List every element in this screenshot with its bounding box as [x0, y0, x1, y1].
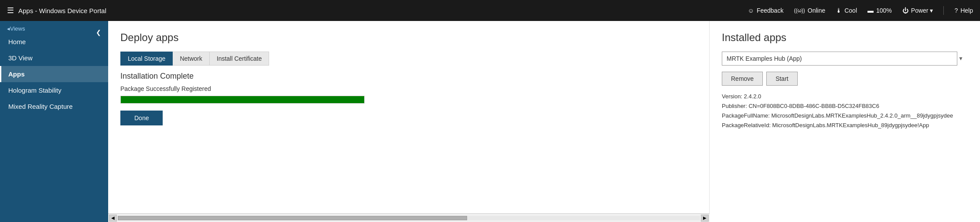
scroll-track[interactable]	[118, 216, 700, 220]
sidebar-nav: Home 3D View Apps Hologram Stability Mix…	[0, 34, 108, 114]
app-title: Apps - Windows Device Portal	[18, 7, 106, 14]
done-button[interactable]: Done	[120, 111, 163, 125]
app-publisher: Publisher: CN=0F808BC0-8DBB-486C-BB8B-D5…	[722, 101, 968, 111]
tab-local-storage[interactable]: Local Storage	[120, 52, 173, 66]
remove-button[interactable]: Remove	[722, 72, 763, 86]
start-button[interactable]: Start	[766, 72, 798, 86]
chevron-down-icon: ▼	[958, 56, 963, 62]
scroll-thumb[interactable]	[118, 216, 467, 220]
titlebar-right: ☺ Feedback ((ω)) Online 🌡 Cool ▬ 100% ⏻ …	[748, 6, 973, 15]
feedback-icon: ☺	[748, 7, 754, 14]
online-icon: ((ω))	[794, 7, 805, 14]
help-icon: ?	[954, 7, 958, 14]
progress-bar-container	[120, 96, 365, 104]
content-area: Deploy apps Local Storage Network Instal…	[108, 21, 980, 222]
app-action-buttons: Remove Start	[722, 72, 968, 86]
scroll-left-button[interactable]: ◀	[109, 215, 117, 222]
main-layout: ❮ ◂Views Home 3D View Apps Hologram Stab…	[0, 21, 980, 222]
help-button[interactable]: ? Help	[954, 7, 973, 14]
app-select-container: MRTK Examples Hub (App) ▼	[722, 52, 968, 66]
package-status: Package Successfully Registered	[120, 85, 697, 92]
scroll-right-button[interactable]: ▶	[701, 215, 709, 222]
online-indicator: ((ω)) Online	[794, 7, 825, 14]
installed-panel-title: Installed apps	[722, 31, 968, 44]
cool-indicator: 🌡 Cool	[836, 7, 857, 14]
sidebar-item-apps[interactable]: Apps	[0, 66, 108, 82]
titlebar-divider	[943, 6, 944, 15]
sidebar-item-mixed-reality-capture[interactable]: Mixed Reality Capture	[0, 98, 108, 114]
app-package-relative-id: PackageRelativeId: MicrosoftDesignLabs.M…	[722, 121, 968, 130]
battery-indicator: ▬ 100%	[867, 7, 892, 14]
battery-label: 100%	[876, 7, 892, 14]
online-label: Online	[808, 7, 825, 14]
installation-status: Installation Complete	[120, 72, 697, 81]
titlebar-left: ☰ Apps - Windows Device Portal	[7, 6, 743, 15]
tab-install-certificate[interactable]: Install Certificate	[209, 52, 269, 66]
app-version: Version: 2.4.2.0	[722, 92, 968, 101]
sidebar-item-home[interactable]: Home	[0, 34, 108, 50]
sidebar-item-3dview[interactable]: 3D View	[0, 50, 108, 66]
horizontal-scrollbar: ◀ ▶	[108, 213, 710, 222]
tab-network[interactable]: Network	[172, 52, 209, 66]
sidebar: ❮ ◂Views Home 3D View Apps Hologram Stab…	[0, 21, 108, 222]
sidebar-collapse-button[interactable]: ❮	[92, 26, 105, 38]
help-label: Help	[960, 7, 973, 14]
feedback-button[interactable]: ☺ Feedback	[748, 7, 784, 14]
app-select-dropdown[interactable]: MRTK Examples Hub (App)	[722, 52, 957, 66]
power-button[interactable]: ⏻ Power ▾	[902, 7, 933, 14]
deploy-tabs: Local Storage Network Install Certificat…	[120, 52, 697, 66]
hamburger-icon[interactable]: ☰	[7, 6, 14, 15]
deploy-panel-title: Deploy apps	[120, 31, 697, 44]
feedback-label: Feedback	[757, 7, 783, 14]
installed-panel: Installed apps MRTK Examples Hub (App) ▼…	[710, 21, 980, 222]
cool-label: Cool	[844, 7, 857, 14]
thermometer-icon: 🌡	[836, 7, 842, 14]
app-package-full-name: PackageFullName: MicrosoftDesignLabs.MRT…	[722, 111, 968, 121]
power-label: Power ▾	[911, 7, 933, 14]
app-info: Version: 2.4.2.0 Publisher: CN=0F808BC0-…	[722, 92, 968, 130]
progress-bar-fill	[121, 96, 364, 103]
sidebar-item-hologram-stability[interactable]: Hologram Stability	[0, 82, 108, 98]
titlebar: ☰ Apps - Windows Device Portal ☺ Feedbac…	[0, 0, 980, 21]
deploy-panel: Deploy apps Local Storage Network Instal…	[108, 21, 710, 222]
sidebar-views-label: ◂Views	[0, 21, 108, 34]
power-icon: ⏻	[902, 7, 908, 14]
battery-icon: ▬	[867, 7, 874, 14]
